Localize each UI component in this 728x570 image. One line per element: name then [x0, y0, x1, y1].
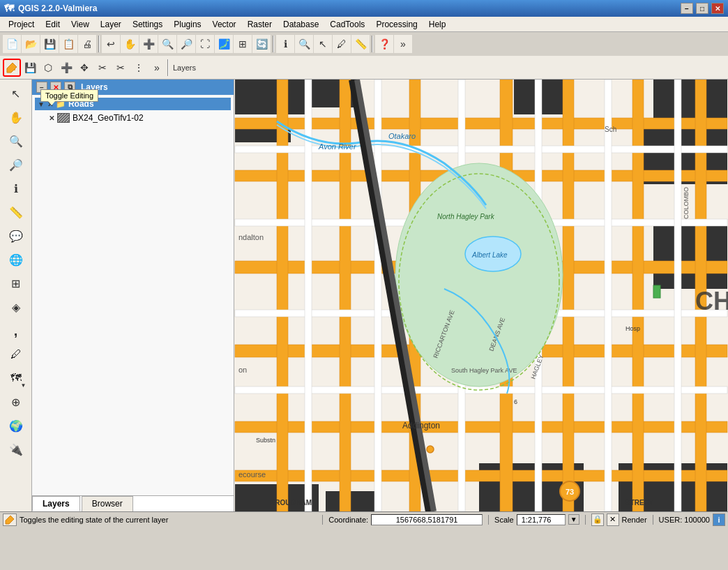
save-edits-button[interactable]: 💾 [21, 59, 39, 77]
map-area[interactable]: North Hagley Park Albert Lake Avon River… [234, 80, 728, 511]
editing-toolbar: Toggle Editing 💾 ⬡ ➕ ✥ ✂ ✂ ⋮ » Layers [0, 56, 728, 80]
panel-tab-row: Layers Browser [32, 496, 234, 511]
cut-feature-button[interactable]: ✂ [112, 59, 130, 77]
info-tool[interactable]: ℹ [5, 177, 27, 200]
menu-layer[interactable]: Layer [95, 18, 127, 31]
menu-plugins[interactable]: Plugins [168, 18, 206, 31]
info-button[interactable]: ℹ [276, 35, 294, 53]
menu-view[interactable]: View [66, 18, 95, 31]
save-button[interactable]: 💾 [40, 35, 59, 53]
node-tool[interactable]: ◈ [5, 296, 27, 318]
menu-help[interactable]: Help [423, 18, 452, 31]
refresh-button[interactable]: 🔄 [252, 35, 271, 53]
move-feature-button[interactable]: ✥ [75, 59, 93, 77]
lock-icon[interactable]: 🔒 [591, 513, 604, 526]
measure-tool[interactable]: 📏 [5, 201, 27, 223]
svg-rect-14 [326, 491, 381, 511]
svg-text:Substn: Substn [256, 437, 275, 444]
svg-text:BROUGHAM: BROUGHAM [270, 499, 312, 507]
scale-value[interactable]: 1:21,776 [517, 514, 566, 525]
zoom-custom-button[interactable]: 🔍 [295, 35, 313, 53]
delete-feature-button[interactable]: ✂ [93, 59, 112, 77]
save-as-button[interactable]: 📋 [59, 35, 77, 53]
maximize-button[interactable]: □ [696, 3, 708, 14]
feather-tool[interactable]: 🖊 [5, 343, 27, 366]
svg-text:Avon River: Avon River [318, 142, 357, 151]
menu-edit[interactable]: Edit [40, 18, 66, 31]
identify-button[interactable]: 🖊 [333, 35, 351, 53]
edit-toggle-status-icon[interactable] [3, 513, 17, 526]
add-feature-button[interactable]: ➕ [57, 59, 75, 77]
add-layer-button[interactable]: ➕ [139, 35, 158, 53]
comma-tool[interactable]: , [5, 320, 27, 342]
svg-rect-9 [653, 219, 727, 289]
toggle-editing-button[interactable] [3, 59, 21, 77]
zoom-out-tool[interactable]: 🔎 [5, 153, 27, 176]
toggle-editing-tooltip: Toggle Editing [40, 89, 98, 102]
layers-label: Layers [173, 63, 196, 72]
more-edit-button[interactable]: » [148, 59, 166, 77]
statusbar-text: Toggles the editing state of the current… [20, 516, 317, 524]
select-button[interactable]: ↖ [314, 35, 332, 53]
plugin-tool[interactable]: 🔌 [5, 438, 27, 460]
grid-tool[interactable]: ⊞ [5, 272, 27, 294]
menu-project[interactable]: Project [3, 18, 40, 31]
layers-sep [167, 59, 169, 76]
render-label: Render [622, 516, 647, 524]
move-tool[interactable]: ⊕ [5, 391, 27, 413]
main-toolbar: 📄 📂 💾 📋 🖨 ↩ ✋ ➕ 🔍 🔎 ⛶ 🗾 ⊞ 🔄 ℹ 🔍 ↖ 🖊 📏 ❓ … [0, 32, 728, 56]
menu-settings[interactable]: Settings [127, 18, 168, 31]
zoom-selection-button[interactable]: ⊞ [234, 35, 252, 53]
help-button[interactable]: ❓ [375, 35, 393, 53]
svg-rect-4 [235, 80, 305, 114]
tab-browser[interactable]: Browser [82, 496, 133, 511]
svg-rect-21 [277, 80, 288, 511]
menu-vector[interactable]: Vector [207, 18, 242, 31]
svg-text:ecourse: ecourse [238, 470, 266, 479]
open-button[interactable]: 📂 [22, 35, 40, 53]
zoom-out-button[interactable]: 🔎 [177, 35, 195, 53]
new-project-button[interactable]: 📄 [3, 35, 21, 53]
print-button[interactable]: 🖨 [78, 35, 96, 53]
status-sep-4 [653, 515, 653, 525]
edit-nodes-button[interactable]: ⬡ [39, 59, 57, 77]
scale-label: Scale [494, 516, 514, 524]
select-tool[interactable]: ↖ [5, 82, 27, 105]
status-sep-3 [585, 515, 586, 525]
zoom-layer-button[interactable]: 🗾 [215, 35, 233, 53]
split-button[interactable]: ⋮ [130, 59, 148, 77]
layer-tool[interactable]: 🗺 ▼ [5, 367, 27, 389]
scale-dropdown-button[interactable]: ▼ [568, 514, 579, 525]
pan-button[interactable]: ✋ [121, 35, 139, 53]
zoom-in-button[interactable]: 🔍 [158, 35, 176, 53]
zoom-in-tool[interactable]: 🔍 [5, 130, 27, 152]
pan-tool[interactable]: ✋ [5, 106, 27, 128]
menu-processing[interactable]: Processing [370, 18, 423, 31]
annotation-tool[interactable]: 💬 [5, 225, 27, 247]
globe-tool[interactable]: 🌐 [5, 248, 27, 271]
close-button[interactable]: ✕ [711, 3, 724, 14]
measure-button[interactable]: 📏 [351, 35, 370, 53]
zoom-extent-button[interactable]: ⛶ [196, 35, 214, 53]
toolbar-separator-2 [273, 36, 274, 52]
menu-database[interactable]: Database [278, 18, 324, 31]
tab-layers[interactable]: Layers [32, 496, 80, 511]
rotation-button[interactable]: ✕ [607, 513, 619, 526]
minimize-button[interactable]: − [681, 3, 693, 14]
undo-button[interactable]: ↩ [102, 35, 120, 53]
coordinate-value[interactable]: 1567668,5181791 [371, 514, 483, 525]
status-sep-1 [322, 515, 323, 525]
titlebar: 🗺 QGIS 2.2.0-Valmiera − □ ✕ [0, 0, 728, 17]
svg-text:6: 6 [514, 398, 517, 405]
svg-text:North Hagley Park: North Hagley Park [437, 213, 495, 220]
epsg-button[interactable]: i [713, 513, 725, 526]
layer-item-bx24[interactable]: ✕ BX24_GeoTifv1-02 [35, 112, 231, 124]
menu-raster[interactable]: Raster [242, 18, 278, 31]
more-button[interactable]: » [394, 35, 412, 53]
menu-cadtools[interactable]: CadTools [324, 18, 370, 31]
earth-tool[interactable]: 🌍 [5, 414, 27, 437]
svg-text:on: on [238, 366, 247, 374]
svg-rect-59 [653, 285, 660, 298]
tooltip-text: Toggle Editing [45, 91, 93, 100]
svg-text:ndalton: ndalton [238, 233, 264, 241]
